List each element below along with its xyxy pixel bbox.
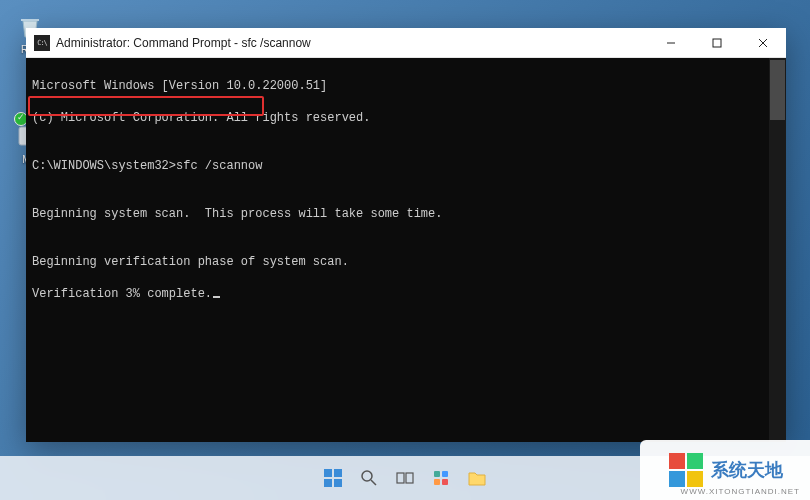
console-prompt-line: C:\WINDOWS\system32>sfc /scannow: [32, 158, 780, 174]
watermark: 系统天地 WWW.XITONGTIANDI.NET: [640, 440, 810, 500]
taskbar-widgets-button[interactable]: [427, 464, 455, 492]
svg-point-9: [362, 471, 372, 481]
taskbar-search-button[interactable]: [355, 464, 383, 492]
taskbar-task-view-button[interactable]: [391, 464, 419, 492]
taskbar-start-button[interactable]: [319, 464, 347, 492]
svg-rect-13: [434, 471, 440, 477]
console-line: Verification 3% complete.: [32, 286, 780, 302]
svg-rect-15: [434, 479, 440, 485]
svg-rect-7: [324, 479, 332, 487]
cmd-icon: C:\: [34, 35, 50, 51]
console-progress-text: Verification 3% complete.: [32, 287, 212, 301]
svg-rect-8: [334, 479, 342, 487]
close-icon: [758, 38, 768, 48]
minimize-icon: [666, 38, 676, 48]
maximize-button[interactable]: [694, 28, 740, 57]
window-title: Administrator: Command Prompt - sfc /sca…: [56, 36, 648, 50]
watermark-url: WWW.XITONGTIANDI.NET: [681, 487, 800, 496]
console-line: Microsoft Windows [Version 10.0.22000.51…: [32, 78, 780, 94]
desktop: Rec Mic C:\ Administrator: Command Promp…: [0, 0, 810, 500]
command-prompt-window: C:\ Administrator: Command Prompt - sfc …: [26, 28, 786, 442]
windows-logo-icon: [323, 468, 343, 488]
taskbar-explorer-button[interactable]: [463, 464, 491, 492]
svg-rect-2: [713, 39, 721, 47]
svg-rect-11: [397, 473, 404, 483]
console-line: (c) Microsoft Corporation. All rights re…: [32, 110, 780, 126]
svg-rect-14: [442, 471, 448, 477]
cursor-icon: [213, 296, 220, 298]
console-output[interactable]: Microsoft Windows [Version 10.0.22000.51…: [26, 58, 786, 442]
widgets-icon: [432, 469, 450, 487]
minimize-button[interactable]: [648, 28, 694, 57]
scrollbar-thumb[interactable]: [770, 60, 785, 120]
search-icon: [360, 469, 378, 487]
svg-rect-12: [406, 473, 413, 483]
file-explorer-icon: [467, 469, 487, 487]
svg-rect-16: [442, 479, 448, 485]
console-line: Beginning system scan. This process will…: [32, 206, 780, 222]
svg-line-10: [371, 480, 376, 485]
maximize-icon: [712, 38, 722, 48]
task-view-icon: [396, 469, 414, 487]
svg-rect-6: [334, 469, 342, 477]
close-button[interactable]: [740, 28, 786, 57]
watermark-logo-icon: [667, 451, 705, 489]
window-controls: [648, 28, 786, 57]
svg-rect-5: [324, 469, 332, 477]
titlebar[interactable]: C:\ Administrator: Command Prompt - sfc …: [26, 28, 786, 58]
console-line: Beginning verification phase of system s…: [32, 254, 780, 270]
watermark-text: 系统天地: [711, 458, 783, 482]
